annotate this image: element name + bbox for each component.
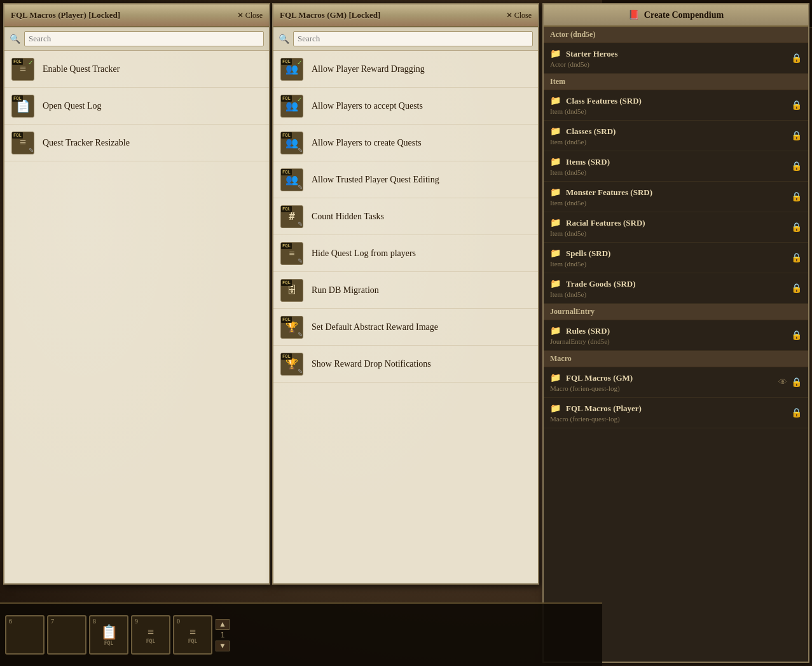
macro-icon-img: ≡ FQL ✎ <box>11 132 34 154</box>
macro-icon-reward-dragging: 👥 FQL ✓ <box>280 57 304 81</box>
macro-label-show-reward-drop-notifications: Show Reward Drop Notifications <box>312 359 431 369</box>
macro-label-enable-quest-tracker: Enable Quest Tracker <box>43 64 120 74</box>
gm-panel-close[interactable]: ✕ Close <box>506 11 532 20</box>
player-search-input[interactable] <box>24 31 264 46</box>
comp-item-items-srd[interactable]: 📁 Items (SRD) Item (dnd5e) 🔒 <box>544 151 808 182</box>
comp-item-class-features[interactable]: 📁 Class Features (SRD) Item (dnd5e) 🔒 <box>544 90 808 121</box>
compendium-title-icon: 📕 <box>628 10 639 20</box>
macro-icon-img: 🏆 FQL ✎ <box>280 316 303 339</box>
compendium-header: 📕 Create Compendium <box>544 4 808 27</box>
player-panel-header: FQL Macros (Player) [Locked] ✕ Close <box>4 4 269 27</box>
lock-icon: 🔒 <box>791 407 802 418</box>
player-panel-close[interactable]: ✕ Close <box>237 11 263 20</box>
list-item[interactable]: 🏆 FQL ✎ Set Default Abstract Reward Imag… <box>273 309 538 346</box>
macro-icon-enable-quest-tracker: ≡ FQL ✓ <box>11 57 35 81</box>
macro-label-hide-quest-log: Hide Quest Log from players <box>312 248 416 259</box>
macro-icon-open-quest-log: 📄 FQL <box>11 94 35 118</box>
macro-icon-run-db-migration: 🗄 FQL <box>280 278 304 302</box>
folder-icon: 📁 <box>550 48 561 59</box>
lock-icon: 🔒 <box>791 191 802 202</box>
gm-macro-panel: FQL Macros (GM) [Locked] ✕ Close 🔍 👥 FQL… <box>272 3 539 585</box>
list-item[interactable]: # FQL ✎ Count Hidden Tasks <box>273 198 538 235</box>
folder-icon: 📁 <box>550 403 561 414</box>
comp-section-header-item: Item <box>544 74 808 90</box>
folder-icon: 📁 <box>550 325 561 336</box>
player-panel-search-bar: 🔍 <box>4 27 269 51</box>
list-item[interactable]: 🗄 FQL Run DB Migration <box>273 272 538 309</box>
list-item[interactable]: ≡ FQL ✎ Hide Quest Log from players <box>273 235 538 272</box>
lock-icon: 🔒 <box>791 330 802 341</box>
macro-icon-img: 👥 FQL ✓ <box>280 95 303 118</box>
player-panel-content: ≡ FQL ✓ Enable Quest Tracker 📄 FQL Open … <box>4 51 269 583</box>
compendium-content: Actor (dnd5e) 📁 Starter Heroes Actor (dn… <box>544 27 808 662</box>
comp-item-starter-heroes[interactable]: 📁 Starter Heroes Actor (dnd5e) 🔒 <box>544 43 808 74</box>
gm-panel-header: FQL Macros (GM) [Locked] ✕ Close <box>273 4 538 27</box>
folder-icon: 📁 <box>550 126 561 137</box>
macro-icon-img: 👥 FQL ✎ <box>280 132 303 154</box>
compendium-panel: 📕 Create Compendium Actor (dnd5e) 📁 Star… <box>542 3 809 663</box>
hotbar-slot-9-icon: ≡ <box>148 625 154 639</box>
macro-icon-img: ≡ FQL ✎ <box>280 242 303 265</box>
player-search-icon[interactable]: 🔍 <box>10 34 20 44</box>
list-item[interactable]: 👥 FQL ✎ Allow Trusted Player Quest Editi… <box>273 161 538 198</box>
list-item[interactable]: 👥 FQL ✓ Allow Player Reward Dragging <box>273 51 538 88</box>
hotbar: 6 7 8 📋 FQL 9 ≡ FQL 0 ≡ FQL ▲ 1 ▼ <box>0 602 602 666</box>
macro-icon-trusted-player-editing: 👥 FQL ✎ <box>280 168 304 192</box>
gm-panel-content: 👥 FQL ✓ Allow Player Reward Dragging 👥 F… <box>273 51 538 583</box>
list-item[interactable]: ≡ FQL ✎ Quest Tracker Resizable <box>4 125 269 161</box>
macro-icon-set-reward-image: 🏆 FQL ✎ <box>280 315 304 339</box>
hotbar-slot-0[interactable]: 0 ≡ FQL <box>173 615 212 655</box>
lock-icon: 🔒 <box>791 130 802 141</box>
list-item[interactable]: 👥 FQL ✓ Allow Players to accept Quests <box>273 88 538 125</box>
gm-panel-search-bar: 🔍 <box>273 27 538 51</box>
list-item[interactable]: 👥 FQL ✎ Allow Players to create Quests <box>273 125 538 161</box>
macro-icon-img: 🗄 FQL <box>280 279 303 302</box>
folder-icon: 📁 <box>550 95 561 106</box>
comp-item-monster-features[interactable]: 📁 Monster Features (SRD) Item (dnd5e) 🔒 <box>544 182 808 212</box>
comp-section-header-macro: Macro <box>544 351 808 367</box>
folder-icon: 📁 <box>550 187 561 198</box>
hotbar-slot-6[interactable]: 6 <box>5 615 45 655</box>
folder-icon: 📁 <box>550 372 561 383</box>
lock-icon: 🔒 <box>791 283 802 294</box>
comp-item-rules-srd[interactable]: 📁 Rules (SRD) JournalEntry (dnd5e) 🔒 <box>544 320 808 351</box>
folder-icon: 📁 <box>550 248 561 259</box>
comp-item-trade-goods[interactable]: 📁 Trade Goods (SRD) Item (dnd5e) 🔒 <box>544 273 808 304</box>
hotbar-slot-8-label: FQL <box>104 641 113 646</box>
gm-search-icon[interactable]: 🔍 <box>279 34 289 44</box>
macro-icon-img: 📄 FQL <box>11 95 34 118</box>
macro-icon-accept-quests: 👥 FQL ✓ <box>280 94 304 118</box>
comp-item-spells[interactable]: 📁 Spells (SRD) Item (dnd5e) 🔒 <box>544 243 808 273</box>
hotbar-slot-9[interactable]: 9 ≡ FQL <box>131 615 170 655</box>
eye-slash-icon: 👁 <box>778 377 787 388</box>
hotbar-slot-0-label: FQL <box>188 639 197 644</box>
list-item[interactable]: 📄 FQL Open Quest Log <box>4 88 269 125</box>
comp-item-racial-features[interactable]: 📁 Racial Features (SRD) Item (dnd5e) 🔒 <box>544 212 808 243</box>
macro-icon-img: ≡ FQL ✓ <box>11 58 34 81</box>
macro-label-allow-player-reward-dragging: Allow Player Reward Dragging <box>312 64 425 74</box>
list-item[interactable]: 🏆 FQL ✎ Show Reward Drop Notifications <box>273 346 538 383</box>
macro-label-count-hidden-tasks: Count Hidden Tasks <box>312 212 384 222</box>
macro-label-allow-players-create-quests: Allow Players to create Quests <box>312 138 422 148</box>
macro-icon-img: 👥 FQL ✎ <box>280 168 303 191</box>
macro-icon-show-reward-notifications: 🏆 FQL ✎ <box>280 352 304 376</box>
comp-item-fql-macros-gm[interactable]: 📁 FQL Macros (GM) Macro (forien-quest-lo… <box>544 367 808 398</box>
list-item[interactable]: ≡ FQL ✓ Enable Quest Tracker <box>4 51 269 88</box>
hotbar-page-down-button[interactable]: ▼ <box>216 641 230 651</box>
hotbar-slot-7[interactable]: 7 <box>47 615 86 655</box>
hotbar-slot-8[interactable]: 8 📋 FQL <box>89 615 128 655</box>
macro-label-allow-trusted-player-editing: Allow Trusted Player Quest Editing <box>312 175 439 185</box>
hotbar-page-up-button[interactable]: ▲ <box>216 619 230 630</box>
folder-icon: 📁 <box>550 156 561 167</box>
macro-icon-img: 👥 FQL ✓ <box>280 58 303 81</box>
folder-icon: 📁 <box>550 217 561 228</box>
macro-icon-hide-quest-log: ≡ FQL ✎ <box>280 241 304 266</box>
gm-panel-title: FQL Macros (GM) [Locked] <box>280 10 380 20</box>
comp-item-fql-macros-player[interactable]: 📁 FQL Macros (Player) Macro (forien-ques… <box>544 398 808 428</box>
gm-search-input[interactable] <box>293 31 533 46</box>
comp-item-classes[interactable]: 📁 Classes (SRD) Item (dnd5e) 🔒 <box>544 121 808 151</box>
lock-icon: 🔒 <box>791 222 802 233</box>
lock-icon: 🔒 <box>791 252 802 263</box>
macro-label-set-default-reward-image: Set Default Abstract Reward Image <box>312 322 438 332</box>
macro-label-allow-players-accept-quests: Allow Players to accept Quests <box>312 101 423 111</box>
